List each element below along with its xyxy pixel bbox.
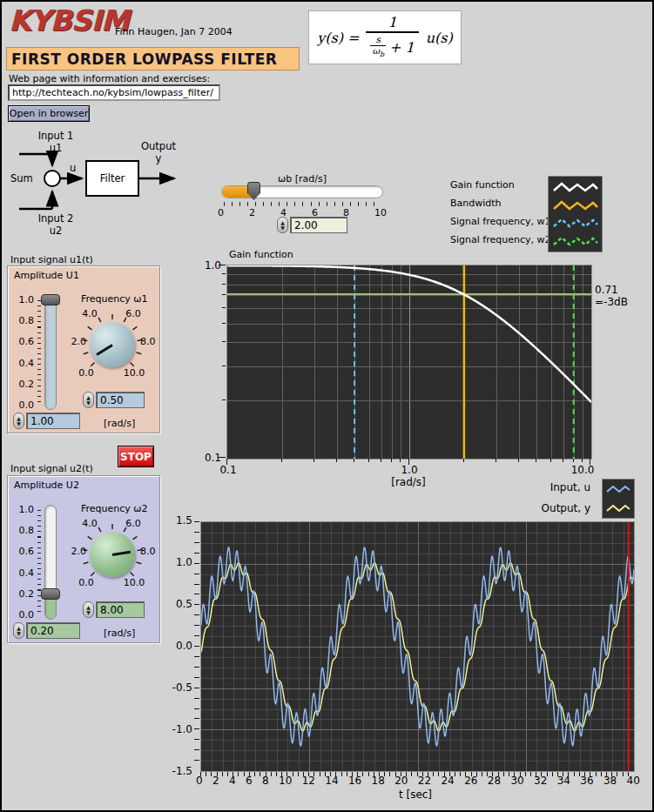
tick-label: 1.0 <box>19 295 35 305</box>
tick-label: 26 <box>464 775 477 787</box>
minus-3db-annotation-text: =-3dB <box>595 296 628 308</box>
u1-unit-label: [rad/s] <box>104 418 135 429</box>
transfer-function-formula: y(s) = 1 s ωb + 1 u(s) <box>308 10 462 64</box>
tick-label: 20 <box>394 775 408 787</box>
diagram-filter-label: Filter <box>100 172 125 185</box>
axis-tick <box>222 341 226 342</box>
u2-frequency-numeric-control[interactable]: ▲▼ 8.00 <box>83 601 145 618</box>
u1-frequency-knob[interactable]: 4.06.02.08.00.010.0 <box>71 306 161 392</box>
u2-panel-caption: Input signal u2(t) <box>10 463 93 474</box>
axis-tick <box>550 459 551 462</box>
u1-amplitude-spinner[interactable]: ▲▼ <box>13 413 24 429</box>
tick-label: 4.0 <box>79 308 100 319</box>
w2-swatch-icon <box>552 234 599 248</box>
axis-tick <box>222 273 226 274</box>
u2-amplitude-spinner[interactable]: ▲▼ <box>13 622 24 639</box>
tick-label: 0.0 <box>176 640 192 652</box>
u1-frequency-spinner[interactable]: ▲▼ <box>83 392 94 408</box>
time-legend-swatches <box>602 479 635 519</box>
time-x-axis-labels: 0246810121416182022242628303234363840 <box>196 775 640 787</box>
u1-frequency-numeric-control[interactable]: ▲▼ 0.50 <box>83 392 145 408</box>
tick-label: 0.4 <box>19 568 35 578</box>
tick-label: 0.6 <box>19 547 35 556</box>
time-y-axis-labels: 1.51.00.50.0-0.5-1.0-1.5 <box>164 514 192 777</box>
u1-slider-ticks <box>37 300 41 406</box>
u2-panel: Amplitude U2 1.00.80.60.40.20.0 Frequenc… <box>7 475 160 643</box>
minus-3db-annotation-value: 0.71 <box>595 284 618 296</box>
time-series-plot <box>200 521 635 772</box>
axis-tick <box>496 459 496 462</box>
u1-amplitude-numeric-control[interactable]: ▲▼ 1.00 <box>13 413 80 429</box>
author-byline: Finn Haugen, Jan 7 2004 <box>115 26 233 37</box>
tick-label: 0.6 <box>19 337 35 346</box>
axis-tick <box>222 294 226 295</box>
diagram-y-label: y <box>156 152 162 164</box>
u1-amplitude-slider-thumb[interactable] <box>41 294 60 305</box>
gain-y-axis-ticks <box>218 265 226 458</box>
tick-label: 10 <box>374 207 387 218</box>
u1-frequency-label: Frequency ω1 <box>81 293 148 305</box>
axis-tick <box>219 265 226 265</box>
u1-amplitude-slider-track[interactable] <box>44 295 57 410</box>
diagram-u2-label: u2 <box>50 225 63 237</box>
tick-label: 0.2 <box>19 589 35 599</box>
tick-label: 14 <box>325 775 338 787</box>
gain-function-plot <box>226 265 592 460</box>
axis-tick <box>222 366 226 366</box>
axis-tick <box>391 459 392 462</box>
gain-x-axis-label: [rad/s] <box>350 476 467 488</box>
tick-label: 10.0 <box>121 577 147 588</box>
diagram-u-label: u <box>70 162 76 174</box>
time-legend-input: Input, u <box>521 481 590 493</box>
axis-tick <box>573 459 574 462</box>
axis-tick <box>368 459 369 462</box>
tick-label: 0.0 <box>76 367 97 379</box>
tick-label: 8 <box>262 775 269 787</box>
tick-label: 4 <box>229 775 236 787</box>
formula-denominator: s ωb + 1 <box>366 31 418 60</box>
u1-frequency-value[interactable]: 0.50 <box>96 392 145 408</box>
tick-label: 28 <box>488 775 501 787</box>
tick-label: 4.0 <box>79 518 100 529</box>
wb-numeric-control[interactable]: ▲▼ 2.00 <box>277 217 347 233</box>
tick-label: 24 <box>441 775 454 787</box>
gain-xtick-label: 0.1 <box>209 464 247 476</box>
stop-button[interactable]: STOP <box>118 446 154 467</box>
gain-xtick-label: 10.0 <box>563 464 602 476</box>
tick-label: -1.0 <box>172 723 192 735</box>
u1-amplitude-value[interactable]: 1.00 <box>26 413 80 429</box>
tick-label: 8.0 <box>140 546 163 557</box>
axis-tick <box>281 459 282 462</box>
formula-s: s <box>376 35 381 45</box>
wb-spinner[interactable]: ▲▼ <box>277 217 288 233</box>
tick-label: 18 <box>372 775 385 787</box>
u2-amplitude-numeric-control[interactable]: ▲▼ 0.20 <box>13 622 80 639</box>
tick-label: 0.8 <box>19 316 35 325</box>
diagram-input1-label: Input 1 <box>38 130 74 142</box>
u2-frequency-knob[interactable]: 4.06.02.08.00.010.0 <box>71 516 161 601</box>
u2-amplitude-value[interactable]: 0.20 <box>26 622 80 639</box>
time-y-axis-ticks <box>194 521 199 770</box>
sum-junction <box>44 171 60 186</box>
axis-tick <box>222 284 226 285</box>
tick-label: 2 <box>249 207 255 218</box>
formula-fraction: 1 s ωb + 1 <box>366 14 418 60</box>
u2-amplitude-label: Amplitude U2 <box>14 480 79 491</box>
axis-tick <box>222 323 226 324</box>
axis-tick <box>219 457 226 458</box>
tick-label: -0.5 <box>172 681 192 694</box>
output-curve-swatch-icon <box>605 502 631 514</box>
u2-slider-ticks <box>37 510 41 616</box>
open-in-browser-button[interactable]: Open in browser <box>8 105 90 122</box>
axis-tick <box>314 459 314 462</box>
tick-label: 16 <box>348 775 361 787</box>
url-input[interactable] <box>8 84 220 101</box>
u2-frequency-spinner[interactable]: ▲▼ <box>83 601 94 618</box>
kybsim-logo: KYBSIM <box>9 3 129 37</box>
u2-amplitude-slider-track[interactable] <box>44 505 57 620</box>
u2-frequency-label: Frequency ω2 <box>81 503 148 514</box>
u2-amplitude-slider-thumb[interactable] <box>41 588 60 600</box>
u2-frequency-value[interactable]: 8.00 <box>96 601 145 618</box>
wb-value-display[interactable]: 2.00 <box>290 217 347 233</box>
gain-plot-title: Gain function <box>229 249 293 260</box>
